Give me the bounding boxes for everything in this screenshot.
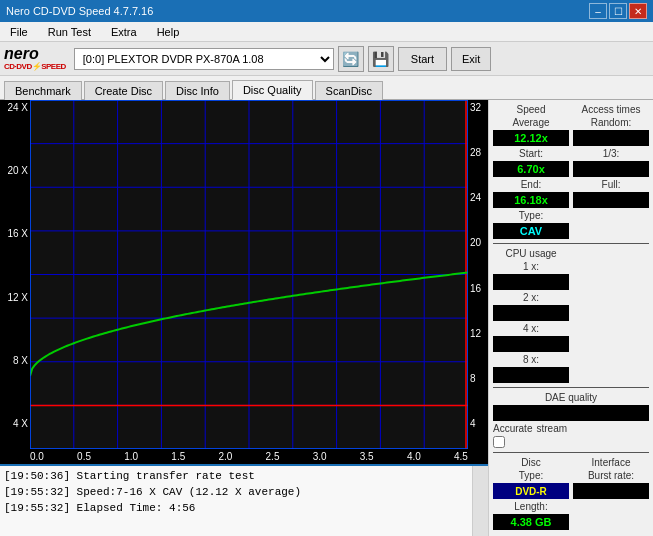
window-controls: – ☐ ✕	[589, 3, 647, 19]
refresh-button[interactable]: 🔄	[338, 46, 364, 72]
tab-create-disc[interactable]: Create Disc	[84, 81, 163, 100]
start-button[interactable]: Start	[398, 47, 447, 71]
accurate-checkbox[interactable]	[493, 436, 505, 448]
maximize-button[interactable]: ☐	[609, 3, 627, 19]
drive-selector[interactable]: [0:0] PLEXTOR DVDR PX-870A 1.08	[74, 48, 334, 70]
log-line-2: [19:55:32] Speed:7-16 X CAV (12.12 X ave…	[4, 484, 468, 500]
cpu-section: CPU usage 1 x: ‌ 2 x: ‌ 4 x: ‌ 8 x: ‌	[493, 248, 649, 383]
tab-disc-quality[interactable]: Disc Quality	[232, 80, 313, 100]
end-label: End:	[493, 179, 569, 190]
divider-3	[493, 452, 649, 453]
cpu-x4-value: ‌	[493, 336, 569, 352]
end-value: 16.18x	[493, 192, 569, 208]
divider-1	[493, 243, 649, 244]
disc-label: Disc	[493, 457, 569, 468]
full-label: Full:	[573, 179, 649, 190]
log-output: [19:50:36] Starting transfer rate test […	[0, 466, 472, 536]
cpu-x4-label: 4 x:	[493, 323, 569, 334]
window-title: Nero CD-DVD Speed 4.7.7.16	[6, 5, 153, 17]
cpu-label: CPU usage	[493, 248, 569, 259]
log-line-1: [19:50:36] Starting transfer rate test	[4, 468, 468, 484]
graph-container: 24 X 20 X 16 X 12 X 8 X 4 X 32 28 24 20 …	[0, 100, 488, 536]
type-value: CAV	[493, 223, 569, 239]
save-button[interactable]: 💾	[368, 46, 394, 72]
toolbar: nero CD·DVD⚡SPEED [0:0] PLEXTOR DVDR PX-…	[0, 42, 653, 76]
cpu-x2-label: 2 x:	[493, 292, 569, 303]
disc-type-label: Type:	[493, 470, 569, 481]
burst-rate-value: ‌	[573, 483, 649, 499]
disc-type-value: DVD-R	[493, 483, 569, 499]
right-panel: Speed Average 12.12x Start: 6.70x End: 1…	[488, 100, 653, 536]
cpu-x1-label: 1 x:	[493, 261, 569, 272]
main-content: 24 X 20 X 16 X 12 X 8 X 4 X 32 28 24 20 …	[0, 100, 653, 536]
one-third-value: ‌	[573, 161, 649, 177]
close-button[interactable]: ✕	[629, 3, 647, 19]
log-line-3: [19:55:32] Elapsed Time: 4:56	[4, 500, 468, 516]
graph-left-labels: 24 X 20 X 16 X 12 X 8 X 4 X	[0, 100, 30, 449]
one-third-label: 1/3:	[573, 148, 649, 159]
graph-x-labels: 0.0 0.5 1.0 1.5 2.0 2.5 3.0 3.5 4.0 4.5	[0, 449, 488, 464]
accurate-stream-row: Accurate stream	[493, 423, 649, 434]
start-label: Start:	[493, 148, 569, 159]
stream-label: stream	[536, 423, 567, 434]
cpu-x8-label: 8 x:	[493, 354, 569, 365]
disc-length-label: Length:	[493, 501, 569, 512]
interface-label: Interface	[573, 457, 649, 468]
exit-button[interactable]: Exit	[451, 47, 491, 71]
disc-length-value: 4.38 GB	[493, 514, 569, 530]
graph-wrapper: 24 X 20 X 16 X 12 X 8 X 4 X 32 28 24 20 …	[0, 100, 488, 449]
tab-disc-info[interactable]: Disc Info	[165, 81, 230, 100]
log-area: [19:50:36] Starting transfer rate test […	[0, 464, 488, 536]
log-scrollbar[interactable]	[472, 466, 488, 536]
minimize-button[interactable]: –	[589, 3, 607, 19]
tab-scan-disc[interactable]: ScanDisc	[315, 81, 383, 100]
cpu-x1-value: ‌	[493, 274, 569, 290]
divider-2	[493, 387, 649, 388]
accurate-checkbox-row	[493, 436, 649, 448]
cpu-x8-value: ‌	[493, 367, 569, 383]
full-value: ‌	[573, 192, 649, 208]
disc-section: Disc Type: DVD-R Length: 4.38 GB Interfa…	[493, 457, 649, 530]
access-label: Access times	[573, 104, 649, 115]
speed-label: Speed	[493, 104, 569, 115]
speed-section: Speed Average 12.12x Start: 6.70x End: 1…	[493, 104, 649, 239]
tab-benchmark[interactable]: Benchmark	[4, 81, 82, 100]
menu-help[interactable]: Help	[151, 24, 186, 40]
burst-rate-label: Burst rate:	[573, 470, 649, 481]
graph-canvas-container	[30, 100, 468, 449]
random-label: Random:	[573, 117, 649, 128]
start-value: 6.70x	[493, 161, 569, 177]
dae-label: DAE quality	[493, 392, 649, 403]
cpu-x2-value: ‌	[493, 305, 569, 321]
logo-nero: nero	[4, 46, 66, 62]
type-label: Type:	[493, 210, 569, 221]
title-bar: Nero CD-DVD Speed 4.7.7.16 – ☐ ✕	[0, 0, 653, 22]
app-logo: nero CD·DVD⚡SPEED	[4, 46, 66, 71]
graph-right-labels: 32 28 24 20 16 12 8 4	[468, 100, 488, 449]
logo-sub: CD·DVD⚡SPEED	[4, 62, 66, 71]
menu-extra[interactable]: Extra	[105, 24, 143, 40]
random-value: ‌	[573, 130, 649, 146]
menu-run-test[interactable]: Run Test	[42, 24, 97, 40]
tab-bar: Benchmark Create Disc Disc Info Disc Qua…	[0, 76, 653, 100]
graph-canvas	[30, 100, 468, 449]
dae-value: ‌	[493, 405, 649, 421]
accurate-label: Accurate	[493, 423, 532, 434]
menu-file[interactable]: File	[4, 24, 34, 40]
dae-section: DAE quality ‌	[493, 392, 649, 421]
menu-bar: File Run Test Extra Help	[0, 22, 653, 42]
average-label: Average	[493, 117, 569, 128]
average-value: 12.12x	[493, 130, 569, 146]
